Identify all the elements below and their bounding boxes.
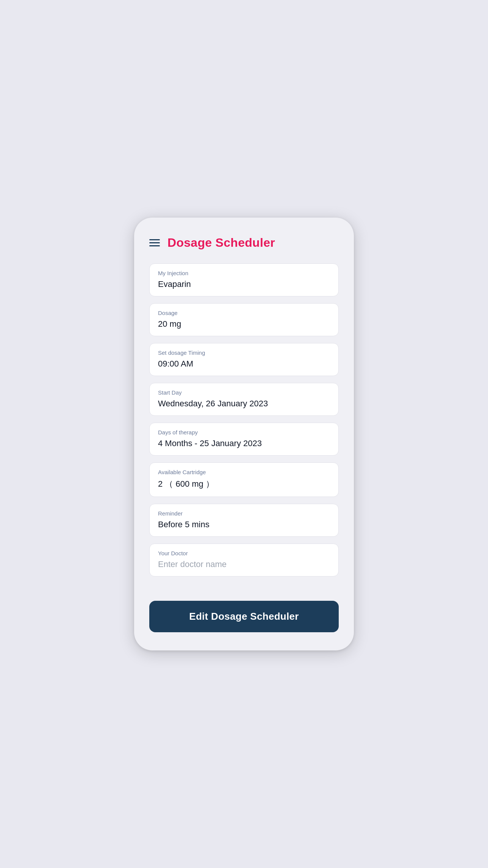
field-label-therapy-days: Days of therapy [158, 429, 330, 436]
field-value-doctor: Enter doctor name [158, 559, 330, 569]
field-label-cartridge: Available Cartridge [158, 469, 330, 475]
field-group-cartridge[interactable]: Available Cartridge2 （ 600 mg ） [149, 462, 339, 497]
field-value-therapy-days: 4 Months - 25 January 2023 [158, 439, 330, 448]
app-header: Dosage Scheduler [149, 236, 339, 250]
field-group-doctor[interactable]: Your DoctorEnter doctor name [149, 544, 339, 577]
field-value-dosage: 20 mg [158, 319, 330, 329]
menu-button[interactable] [149, 239, 160, 246]
field-label-timing: Set dosage Timing [158, 349, 330, 356]
field-label-doctor: Your Doctor [158, 550, 330, 556]
field-group-reminder[interactable]: ReminderBefore 5 mins [149, 504, 339, 537]
field-group-therapy-days[interactable]: Days of therapy4 Months - 25 January 202… [149, 423, 339, 456]
spacer [149, 583, 339, 595]
app-title: Dosage Scheduler [167, 236, 275, 250]
form-fields: My InjectionEvaparinDosage20 mgSet dosag… [149, 263, 339, 583]
field-label-injection: My Injection [158, 270, 330, 276]
field-group-injection[interactable]: My InjectionEvaparin [149, 263, 339, 296]
field-value-start-day: Wednesday, 26 January 2023 [158, 399, 330, 409]
field-label-dosage: Dosage [158, 310, 330, 316]
field-group-start-day[interactable]: Start DayWednesday, 26 January 2023 [149, 383, 339, 416]
field-group-timing[interactable]: Set dosage Timing09:00 AM [149, 343, 339, 376]
field-label-start-day: Start Day [158, 389, 330, 396]
field-value-timing: 09:00 AM [158, 359, 330, 369]
field-group-dosage[interactable]: Dosage20 mg [149, 303, 339, 336]
field-label-reminder: Reminder [158, 510, 330, 517]
phone-frame: Dosage Scheduler My InjectionEvaparinDos… [134, 218, 354, 650]
edit-dosage-button[interactable]: Edit Dosage Scheduler [149, 601, 339, 632]
field-value-reminder: Before 5 mins [158, 520, 330, 530]
field-value-injection: Evaparin [158, 279, 330, 289]
field-value-cartridge: 2 （ 600 mg ） [158, 478, 330, 490]
